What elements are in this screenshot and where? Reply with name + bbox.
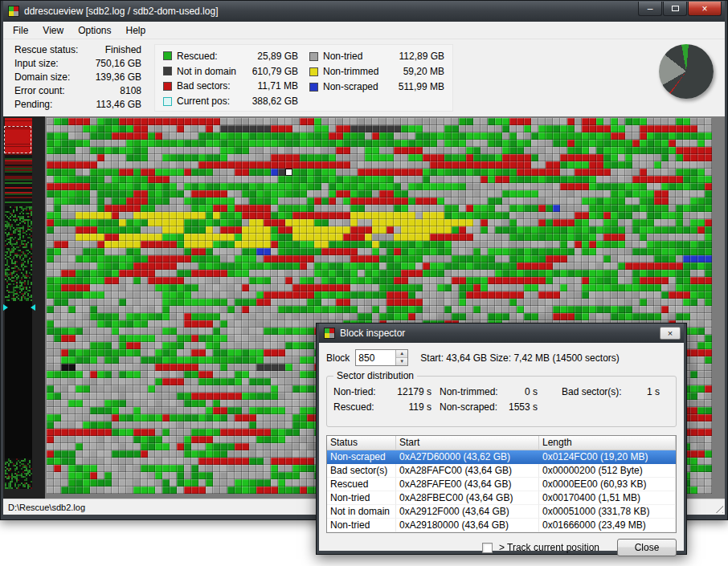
- spin-up-icon[interactable]: ▲: [396, 350, 407, 358]
- cell-length: 0x0000EE00 (60,93 KB): [539, 478, 676, 491]
- table-body: Non-scraped 0xA27D60000 (43,62 GB) 0x012…: [327, 450, 676, 532]
- cell-start: 0xA28FAFC00 (43,64 GB): [396, 464, 539, 478]
- cell-length: 0x00051000 (331,78 KB): [539, 505, 676, 519]
- cell-status: Non-tried: [327, 519, 396, 532]
- menu-bar: FileViewOptionsHelp: [3, 22, 725, 39]
- overview-strip[interactable]: [3, 116, 45, 499]
- legend-label: Non-trimmed: [323, 66, 378, 77]
- legend-value: 11,71 MB: [258, 80, 298, 92]
- window-title: ddrescueview [sdb2.log / sdb2-dom-used.l…: [24, 6, 633, 17]
- table-row[interactable]: Non-scraped 0xA27D60000 (43,62 GB) 0x012…: [327, 450, 676, 464]
- legend-item: Rescued: 25,89 GB: [163, 50, 298, 63]
- legend-label: Non-scraped: [323, 81, 378, 92]
- minimize-button[interactable]: –: [638, 2, 662, 16]
- cell-status: Non-tried: [327, 491, 396, 505]
- dialog-content: Block ▲ ▼ Start: 43,64 GB Size: 7,42 MB …: [319, 343, 684, 551]
- distribution-value: 12179 s: [396, 386, 431, 397]
- cell-length: 0x00000200 (512 Byte): [539, 464, 676, 478]
- stat-value: 113,46 GB: [96, 99, 141, 110]
- titlebar[interactable]: ddrescueview [sdb2.log / sdb2-dom-used.l…: [3, 1, 725, 22]
- distribution-label: Non-trimmed:: [440, 386, 502, 397]
- distribution-item: Rescued: 119 s: [333, 401, 440, 413]
- info-panel: Rescue status: Finished Input size: 750,…: [3, 39, 725, 116]
- table-row[interactable]: Not in domain 0xA2912F000 (43,64 GB) 0x0…: [327, 505, 676, 519]
- table-row[interactable]: Non-tried 0xA28FBEC00 (43,64 GB) 0x00170…: [327, 491, 676, 505]
- legend-value: 59,20 MB: [403, 66, 444, 77]
- legend-swatch: [309, 52, 318, 61]
- close-button[interactable]: ×: [688, 2, 722, 16]
- stat-row: Rescue status: Finished: [14, 44, 141, 55]
- legend-label: Not in domain: [177, 66, 236, 77]
- cell-status: Rescued: [327, 478, 396, 491]
- spin-buttons: ▲ ▼: [395, 350, 407, 365]
- legend-swatch: [309, 67, 318, 76]
- cell-length: 0x0124FC00 (19,20 MB): [539, 450, 676, 464]
- dialog-bottom-bar: > Track current position Close: [326, 539, 677, 556]
- table-row[interactable]: Rescued 0xA28FAFE00 (43,64 GB) 0x0000EE0…: [327, 478, 676, 491]
- cell-length: 0x00170400 (1,51 MB): [539, 491, 676, 505]
- cell-start: 0xA28FBEC00 (43,64 GB): [396, 491, 539, 505]
- stat-value: 139,36 GB: [96, 71, 141, 83]
- legend-value: 511,99 MB: [399, 81, 444, 92]
- resize-grip[interactable]: [713, 503, 723, 513]
- menu-item[interactable]: View: [36, 22, 70, 39]
- table-header: Status Start Length: [327, 436, 676, 450]
- current-pos-marker-right: [31, 304, 35, 311]
- table-row[interactable]: Non-tried 0xA29180000 (43,64 GB) 0x01666…: [327, 519, 676, 532]
- dialog-close-button[interactable]: ×: [660, 327, 681, 340]
- legend-column-1: Rescued: 25,89 GB Not in domain 610,79 G…: [163, 50, 298, 108]
- pie-chart: [659, 44, 714, 99]
- close-dialog-button[interactable]: Close: [617, 539, 677, 556]
- cell-length: 0x01666000 (23,49 MB): [539, 519, 676, 532]
- distribution-label: Rescued:: [333, 401, 396, 413]
- stat-row: Input size: 750,16 GB: [14, 58, 141, 69]
- legend-column-2: Non-tried 112,89 GB Non-trimmed 59,20 MB: [309, 50, 444, 108]
- app-icon: [8, 6, 19, 17]
- overview-strip-canvas[interactable]: [5, 118, 32, 489]
- distribution-label: Non-tried:: [333, 386, 396, 397]
- spin-down-icon[interactable]: ▼: [396, 358, 407, 365]
- stat-row: Error count: 8108: [14, 85, 141, 96]
- menu-item[interactable]: File: [6, 22, 35, 39]
- stat-label: Domain size:: [14, 71, 96, 83]
- column-header-length[interactable]: Length: [539, 436, 676, 450]
- group-title: Sector distribution: [333, 370, 417, 381]
- distribution-item: Non-tried: 12179 s: [333, 386, 440, 397]
- block-number-input[interactable]: [356, 350, 395, 365]
- table-row[interactable]: Bad sector(s) 0xA28FAFC00 (43,64 GB) 0x0…: [327, 464, 676, 478]
- maximize-button[interactable]: [663, 2, 687, 16]
- legend-swatch: [163, 82, 172, 91]
- legend-swatch: [309, 83, 318, 92]
- column-header-status[interactable]: Status: [327, 436, 396, 450]
- dialog-titlebar[interactable]: Block inspector ×: [319, 324, 684, 343]
- stat-row: Pending: 113,46 GB: [14, 99, 141, 110]
- distribution-value: 1 s: [624, 386, 660, 397]
- block-inspector-dialog: Block inspector × Block ▲ ▼ Start: 43,64…: [316, 323, 687, 555]
- menu-item[interactable]: Options: [72, 22, 117, 39]
- column-header-start[interactable]: Start: [396, 436, 539, 450]
- view-selection-rect[interactable]: [4, 126, 31, 153]
- legend-item: Not in domain 610,79 GB: [163, 65, 298, 78]
- track-position-label[interactable]: > Track current position: [499, 542, 599, 553]
- legend-swatch: [163, 51, 172, 60]
- legend-value: 112,89 GB: [399, 51, 444, 62]
- maximize-icon: [672, 6, 679, 11]
- distribution-label: Bad sector(s):: [562, 386, 624, 397]
- cell-start: 0xA28FAFE00 (43,64 GB): [396, 478, 539, 491]
- stat-label: Error count:: [14, 85, 120, 96]
- legend-item: Non-scraped 511,99 MB: [309, 80, 444, 93]
- stat-value: Finished: [105, 44, 141, 55]
- legend-label: Current pos:: [177, 96, 230, 107]
- distribution-label: Non-scraped:: [440, 401, 502, 413]
- distribution-item: Bad sector(s): 1 s: [562, 386, 669, 397]
- rescue-stats: Rescue status: Finished Input size: 750,…: [14, 44, 149, 116]
- legend-value: 25,89 GB: [257, 51, 298, 62]
- cell-status: Not in domain: [327, 505, 396, 519]
- legend-swatch: [163, 97, 172, 106]
- menu-item[interactable]: Help: [120, 22, 153, 39]
- block-label: Block: [326, 352, 350, 364]
- track-position-checkbox[interactable]: [482, 543, 493, 553]
- stat-label: Input size:: [14, 58, 96, 69]
- stat-label: Pending:: [14, 99, 96, 110]
- current-pos-marker-left: [3, 304, 8, 311]
